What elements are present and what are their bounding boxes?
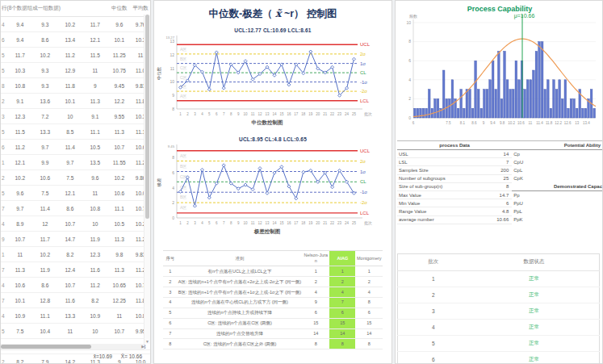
status-badge: 正常: [469, 270, 600, 287]
rule-row: 5连续的n个点持续上升或持续下降666: [163, 308, 383, 318]
svg-text:8: 8: [230, 221, 232, 225]
process-data-label: Number of subgroups: [399, 176, 446, 181]
process-data-header: process Data: [397, 141, 512, 150]
data-cell: 10.2: [32, 48, 57, 63]
process-data-label: USL: [399, 152, 408, 157]
svg-text:C区: C区: [180, 75, 187, 80]
raw-data-group-header: 行(8个数据组成一组数据): [1, 1, 107, 17]
data-cell: 8.6: [32, 278, 57, 293]
horizontal-scrollbar-thumb[interactable]: [1, 345, 91, 349]
clipped-cell: 4: [1, 216, 7, 232]
status-badge: 正常: [469, 287, 600, 303]
median-cell: 11: [107, 308, 131, 324]
svg-text:9.8: 9.8: [500, 121, 505, 125]
svg-text:21: 21: [323, 221, 328, 225]
svg-text:13.27: 13.27: [166, 36, 175, 40]
table-row: 29.113.610.111.312.211.8: [1, 94, 150, 109]
clipped-cell: 6: [1, 140, 7, 155]
svg-text:25: 25: [352, 221, 357, 225]
capability-histogram: 0246810频数67.58.18.699.49.810.210.61111.4…: [397, 13, 601, 134]
data-cell: 11.2: [7, 140, 32, 155]
svg-text:22: 22: [330, 221, 335, 225]
svg-text:10.6: 10.6: [517, 121, 525, 125]
status-row: 1正常: [398, 270, 600, 287]
clipped-cell: 8: [1, 78, 7, 94]
table-row: 11110.28.212.39.89.83: [1, 247, 150, 262]
table-row: 312.37.2109.19.5510.3: [1, 109, 150, 124]
data-cell: 10.5: [82, 140, 107, 155]
clipped-cell: 2: [1, 170, 7, 186]
median-cell: 11.3: [107, 232, 131, 247]
montgomery-value: 8: [355, 339, 383, 349]
svg-text:-2σ: -2σ: [360, 200, 367, 205]
svg-text:4: 4: [172, 186, 174, 190]
median-cell: 12.25: [107, 293, 131, 308]
data-cell: 9.3: [32, 63, 57, 78]
clipped-cell: 4: [1, 278, 7, 293]
median-cell: 10.6: [107, 186, 131, 201]
svg-text:中位数: 中位数: [157, 66, 161, 80]
rule-row: 7连续的n个点交替地升降141414: [163, 328, 383, 339]
svg-text:22: 22: [330, 112, 335, 116]
process-data-label: Range Value: [399, 209, 426, 214]
svg-text:2: 2: [172, 200, 174, 205]
median-cell: 10.7: [107, 140, 131, 155]
table-row: 48.91210.71010.510.2: [1, 216, 150, 232]
svg-text:11: 11: [170, 66, 174, 71]
clipped-cell: 5: [1, 124, 7, 140]
svg-text:3: 3: [194, 112, 196, 116]
svg-text:23: 23: [337, 221, 342, 225]
median-cell: 9.45: [107, 78, 131, 94]
svg-text:12.6: 12.6: [564, 121, 572, 125]
svg-text:12.2: 12.2: [555, 121, 562, 125]
data-cell: 13.3: [57, 308, 82, 324]
data-cell: 9.1: [7, 94, 32, 109]
batch-number: 4: [398, 319, 469, 335]
overall-mean-value: X̄= 10.66: [121, 354, 142, 359]
svg-text:2σ: 2σ: [360, 52, 366, 56]
svg-text:B区: B区: [180, 56, 186, 61]
table-row: 57.510.4111010.79.95: [1, 324, 150, 339]
rule-text: 连续的n个点交替地升降: [178, 328, 303, 339]
horizontal-scrollbar[interactable]: ▶: [1, 344, 144, 349]
capability-index-label: Pp: [512, 191, 602, 199]
table-row: 710.112.811.68.212.2511.8: [1, 293, 150, 308]
process-data-label: Samples Size: [399, 168, 429, 173]
overall-median-value: x̃=10.69: [94, 354, 112, 359]
vertical-scrollbar-thumb[interactable]: [145, 15, 149, 219]
nelson-juran-value: 6: [302, 308, 329, 318]
nelson-juran-value: 9: [302, 297, 329, 308]
svg-text:1σ: 1σ: [360, 169, 366, 174]
rules-column-header: 序号: [163, 251, 178, 266]
scroll-right-arrow-icon[interactable]: ▶: [141, 344, 144, 349]
vertical-scrollbar[interactable]: ▼: [144, 15, 150, 344]
nelson-juran-value: 14: [302, 328, 329, 339]
capability-index-label: PpK: [512, 216, 602, 224]
data-cell: 7.2: [32, 109, 57, 124]
svg-text:LCL: LCL: [360, 98, 370, 103]
process-data-row: Samples Size200: [397, 166, 512, 174]
data-cell: 10.7: [57, 216, 82, 232]
svg-text:1σ: 1σ: [360, 61, 366, 66]
svg-text:8: 8: [408, 39, 411, 44]
aiag-value: 6: [329, 308, 355, 318]
svg-text:18: 18: [301, 112, 306, 116]
svg-text:11: 11: [251, 112, 255, 116]
rule-no: 1: [163, 266, 178, 277]
scroll-down-arrow-icon[interactable]: ▼: [144, 339, 150, 344]
process-data-value: 25: [504, 176, 509, 181]
median-cell: 9.8: [107, 247, 131, 262]
data-cell: 9.3: [32, 78, 57, 94]
process-data-label: Min Value: [399, 201, 420, 206]
aiag-value: 14: [329, 328, 355, 339]
svg-text:25: 25: [352, 112, 357, 116]
svg-text:6: 6: [216, 221, 218, 225]
median-cell: 10.75: [107, 63, 131, 78]
data-cell: 11.5: [7, 124, 32, 140]
data-cell: 11: [57, 324, 82, 339]
process-data-value: 10.66: [496, 217, 509, 222]
svg-text:-1σ: -1σ: [360, 190, 367, 195]
median-cell: 10.65: [107, 278, 131, 293]
data-cell: 13.6: [32, 94, 57, 109]
data-cell: 9.7: [32, 140, 57, 155]
